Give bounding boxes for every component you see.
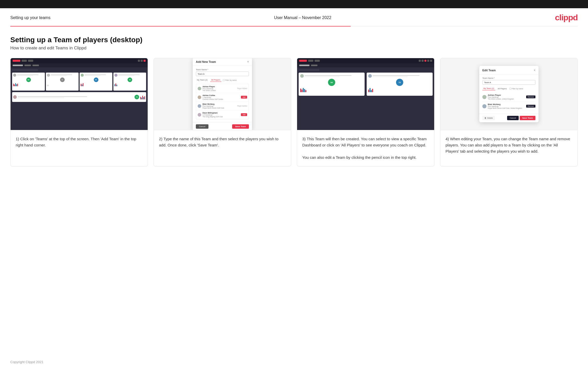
edit-modal-close-icon[interactable]: × (534, 68, 535, 72)
edit-team-modal: Edit Team × Team Name * Team A My Team (… (479, 66, 539, 122)
player-item: Adrian Player Plus HandicapThe Shire Lon… (196, 84, 249, 93)
edit-modal-title: Edit Team (482, 69, 496, 72)
player-detail: 1 HandicapCentral London Golf Centre (203, 97, 240, 100)
edit-modal-footer: 🗑 Delete Cancel Save Team (479, 113, 539, 122)
edit-cancel-button[interactable]: Cancel (507, 116, 519, 120)
cards-container: 84 (0, 58, 588, 177)
edit-team-name-input[interactable]: Team A (482, 80, 535, 85)
edit-tab-all-players[interactable]: All Players (497, 87, 508, 90)
edit-player-name: Blair McHarg (488, 103, 525, 106)
page-title-area: Setting up a Team of players (desktop) H… (0, 27, 588, 58)
footer: Copyright Clippd 2021 (0, 357, 588, 367)
modal-footer: Cancel Save Team (193, 122, 252, 130)
player-info: Adrian Player Plus HandicapThe Shire Lon… (203, 85, 236, 91)
player-info: Blair McHarg Plus HandicapRoyal North De… (203, 103, 236, 109)
edit-modal-tabs: My Team (2) All Players Filter by name (482, 87, 535, 90)
player-added-status: Player Added (237, 88, 247, 89)
trash-icon: 🗑 (484, 117, 486, 119)
edit-tab-my-team[interactable]: My Team (2) (482, 87, 495, 90)
edit-player-item: Adrian Player Plus HandicapThe Shire Lon… (482, 92, 535, 102)
edit-filter-by-name[interactable]: Filter by name (509, 88, 523, 90)
player-item: Dave Billingham 3.5 HandicapThe Ding Map… (196, 110, 249, 119)
edit-player-list: Adrian Player Plus HandicapThe Shire Lon… (482, 92, 535, 111)
edit-player-avatar (482, 95, 486, 99)
page-wrapper: Setting up your teams User Manual – Nove… (0, 0, 588, 367)
player-item: Adrian Coliba 1 HandicapCentral London G… (196, 93, 249, 102)
player-name: Adrian Coliba (203, 94, 240, 97)
edit-modal-header: Edit Team × (479, 66, 539, 74)
add-player-button[interactable]: Add (241, 113, 247, 116)
card-2-description: 2) Type the name of this Team and then s… (154, 130, 291, 166)
card-3-text-1: 3) This Team will then be created. You c… (302, 137, 427, 147)
remove-player-button[interactable]: Remove (526, 95, 535, 98)
remove-player-button[interactable]: Remove (526, 105, 535, 108)
tab-all-players[interactable]: All Players (210, 78, 221, 82)
card-1: 84 (10, 58, 148, 167)
modal-title: Add New Team (196, 60, 216, 63)
edit-player-name: Adrian Player (488, 94, 525, 96)
card-4-description: 4) When editing your Team, you can chang… (440, 130, 577, 166)
player-item: Blair McHarg Plus HandicapRoyal North De… (196, 102, 249, 110)
delete-team-button[interactable]: 🗑 Delete (482, 116, 495, 120)
page-title: Setting up a Team of players (desktop) (10, 36, 578, 44)
edit-player-item: Blair McHarg Plus HandicapRoyal North De… (482, 102, 535, 111)
footer-actions: Cancel Save Team (507, 116, 535, 120)
modal-body: Team Name * Team A My Team (2) All Playe… (193, 66, 252, 122)
player-avatar (198, 87, 201, 90)
player-avatar (198, 95, 201, 99)
header-left: Setting up your teams (10, 15, 51, 20)
card-3-description: 3) This Team will then be created. You c… (297, 130, 434, 166)
edit-player-info: Adrian Player Plus HandicapThe Shire Lon… (488, 94, 525, 100)
filter-by-name[interactable]: Filter by name (223, 79, 237, 81)
card-1-screenshot: 84 (11, 58, 148, 130)
player-name: Adrian Player (203, 85, 236, 88)
player-name: Dave Billingham (203, 112, 240, 114)
top-bar (0, 0, 588, 8)
main-content: Setting up a Team of players (desktop) H… (0, 27, 588, 357)
player-detail: 3.5 HandicapThe Ding Maping Golf Club (203, 114, 240, 118)
header-center: User Manual – November 2022 (274, 15, 331, 20)
edit-player-detail: Plus HandicapRoyal North Devon Golf Club… (488, 106, 525, 109)
card-1-description: 1) Click on 'Teams' at the top of the sc… (11, 130, 148, 166)
modal-close-icon[interactable]: × (247, 60, 249, 64)
page-subtitle: How to create and edit Teams in Clippd (10, 46, 578, 51)
cancel-button[interactable]: Cancel (196, 124, 208, 129)
player-added-status: Player Added (237, 105, 247, 107)
save-team-button[interactable]: Save Team (232, 124, 249, 129)
modal-header: Add New Team × (193, 58, 252, 66)
card-2-screenshot: Add New Team × Team Name * Team A My Tea… (154, 58, 291, 130)
player-info: Adrian Coliba 1 HandicapCentral London G… (203, 94, 240, 100)
add-team-modal: Add New Team × Team Name * Team A My Tea… (193, 58, 252, 130)
header: Setting up your teams User Manual – Nove… (0, 8, 588, 26)
edit-player-detail: Plus HandicapThe Shire London, United Ki… (488, 96, 525, 100)
card-3: 94 (297, 58, 434, 167)
player-name: Blair McHarg (203, 103, 236, 105)
edit-player-info: Blair McHarg Plus HandicapRoyal North De… (488, 103, 525, 109)
card-2: Add New Team × Team Name * Team A My Tea… (154, 58, 291, 167)
modal-tabs: My Team (2) All Players Filter by name (196, 78, 249, 82)
tab-my-team[interactable]: My Team (2) (196, 78, 209, 82)
player-list: Adrian Player Plus HandicapThe Shire Lon… (196, 84, 249, 119)
card-4: Edit Team × Team Name * Team A My Team (… (440, 58, 578, 167)
edit-team-name-label: Team Name * (482, 77, 535, 79)
team-name-label: Team Name * (196, 68, 249, 71)
card-4-screenshot: Edit Team × Team Name * Team A My Team (… (440, 58, 577, 130)
copyright: Copyright Clippd 2021 (10, 360, 44, 364)
player-avatar (198, 104, 201, 108)
card-3-text-2: You can also edit a Team by clicking the… (302, 155, 417, 160)
card-3-screenshot: 94 (297, 58, 434, 130)
player-detail: Plus HandicapThe Shire London (203, 88, 236, 91)
save-team-button[interactable]: Save Team (520, 116, 535, 120)
clippd-logo: clippd (555, 13, 578, 22)
edit-modal-body: Team Name * Team A My Team (2) All Playe… (479, 74, 539, 113)
player-info: Dave Billingham 3.5 HandicapThe Ding Map… (203, 112, 240, 118)
add-player-button[interactable]: Add (241, 96, 247, 99)
edit-player-avatar (482, 104, 486, 108)
team-name-input[interactable]: Team A (196, 72, 249, 76)
player-detail: Plus HandicapRoyal North Devon Golf Club (203, 105, 236, 109)
player-avatar (198, 113, 201, 117)
